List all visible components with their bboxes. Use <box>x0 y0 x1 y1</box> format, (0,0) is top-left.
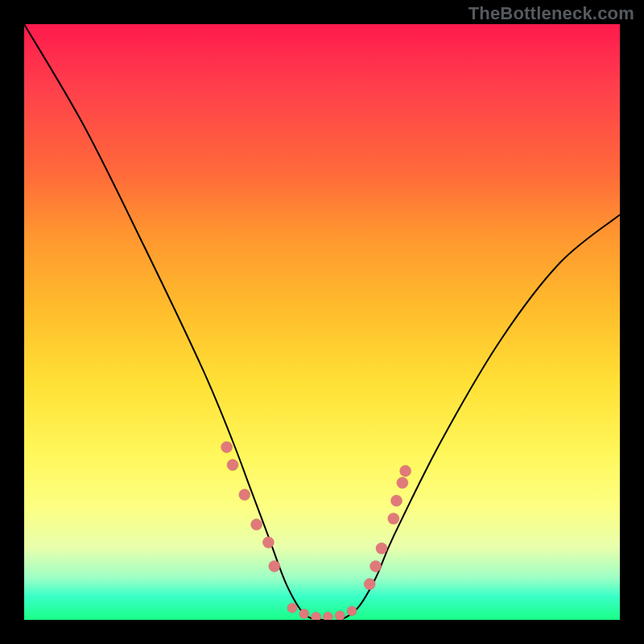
marker-dot <box>347 606 357 616</box>
marker-dot <box>269 560 280 572</box>
marker-dot <box>388 513 399 524</box>
marker-dot <box>312 612 321 620</box>
bottleneck-curve <box>24 24 620 620</box>
marker-dot <box>299 609 309 619</box>
marker-dot <box>397 477 408 489</box>
marker-dot <box>323 612 332 620</box>
marker-dot <box>251 519 262 530</box>
marker-dot <box>400 465 411 477</box>
marker-dot <box>364 579 375 590</box>
marker-dot <box>335 611 345 620</box>
watermark-text: TheBottleneck.com <box>469 3 634 24</box>
marker-dot <box>376 543 387 554</box>
marker-dot <box>287 603 297 613</box>
marker-dot <box>227 460 238 471</box>
marker-dot <box>370 560 382 572</box>
marker-dot <box>391 495 402 506</box>
marker-dots <box>221 441 411 620</box>
plot-area <box>24 24 620 620</box>
marker-dot <box>262 537 274 548</box>
marker-dot <box>239 489 250 501</box>
chart-svg <box>24 24 620 620</box>
marker-dot <box>221 441 233 452</box>
